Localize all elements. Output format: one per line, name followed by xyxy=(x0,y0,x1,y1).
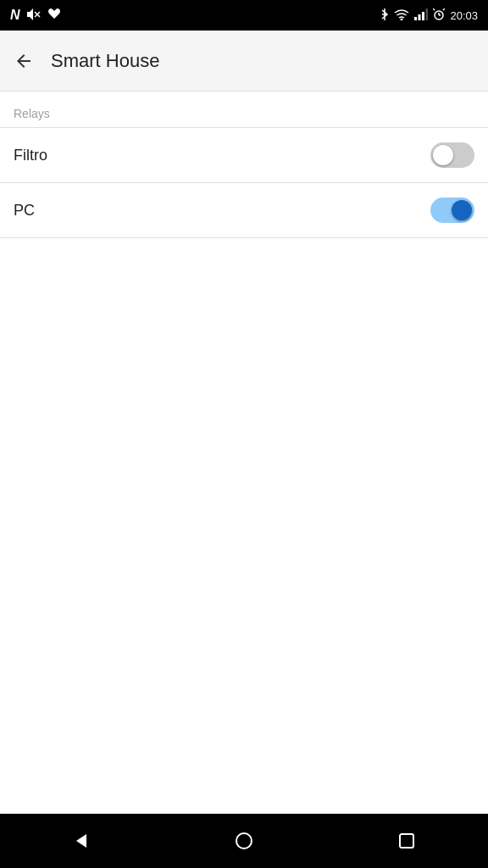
back-button[interactable] xyxy=(14,51,34,71)
status-bar-left: N xyxy=(10,8,61,23)
svg-rect-16 xyxy=(400,834,413,848)
alarm-icon xyxy=(433,8,445,23)
svg-rect-7 xyxy=(422,12,424,20)
svg-rect-5 xyxy=(414,17,417,20)
svg-marker-14 xyxy=(76,834,86,848)
divider-bottom xyxy=(0,237,488,238)
status-bar: N xyxy=(0,0,488,31)
pc-toggle-thumb xyxy=(452,200,472,220)
pc-toggle[interactable] xyxy=(430,198,474,223)
svg-point-4 xyxy=(401,18,403,20)
list-item-filtro: Filtro xyxy=(0,128,488,182)
section-header-relays: Relays xyxy=(0,92,488,127)
filtro-label: Filtro xyxy=(14,147,47,164)
nav-back-button[interactable] xyxy=(56,824,107,858)
health-icon xyxy=(47,8,61,23)
app-bar: Smart House xyxy=(0,31,488,92)
signal-icon xyxy=(414,8,428,23)
filtro-toggle[interactable] xyxy=(430,142,474,168)
pc-label: PC xyxy=(14,202,35,220)
svg-point-15 xyxy=(236,833,252,849)
list-item-pc: PC xyxy=(0,183,488,237)
app-title: Smart House xyxy=(51,50,159,72)
status-bar-right: 20:03 xyxy=(380,8,478,24)
nav-home-button[interactable] xyxy=(219,824,269,858)
svg-line-12 xyxy=(433,8,435,10)
bluetooth-icon xyxy=(380,8,389,24)
status-time: 20:03 xyxy=(450,9,478,22)
volume-icon xyxy=(27,8,41,23)
content: Relays Filtro PC xyxy=(0,92,488,238)
n-icon: N xyxy=(10,8,20,23)
svg-line-13 xyxy=(443,8,445,10)
bottom-nav xyxy=(0,814,488,868)
wifi-icon xyxy=(394,8,409,23)
svg-marker-0 xyxy=(27,8,33,20)
svg-rect-6 xyxy=(419,14,421,20)
filtro-toggle-thumb xyxy=(433,145,453,165)
svg-rect-8 xyxy=(426,8,429,20)
nav-recent-button[interactable] xyxy=(381,824,432,858)
